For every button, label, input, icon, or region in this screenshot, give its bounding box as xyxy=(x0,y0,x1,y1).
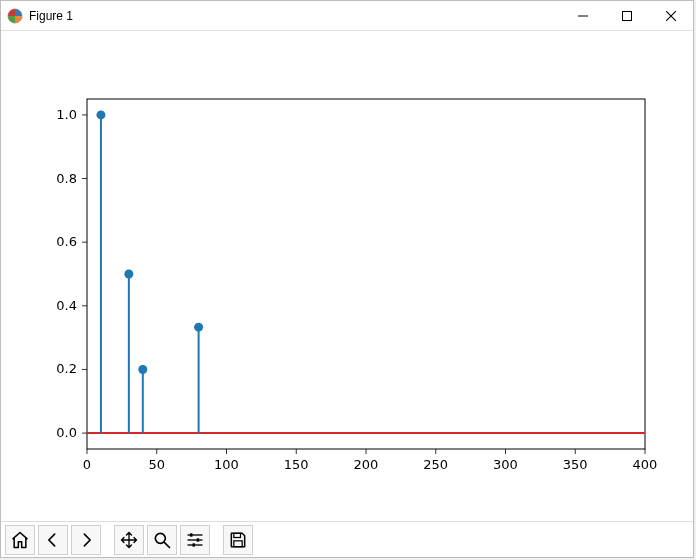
maximize-icon xyxy=(622,11,632,21)
minimize-button[interactable] xyxy=(561,1,605,30)
x-tick-label: 0 xyxy=(83,457,91,472)
x-tick-label: 100 xyxy=(214,457,239,472)
x-tick-label: 400 xyxy=(633,457,658,472)
y-tick-label: 0.8 xyxy=(56,171,77,186)
sliders-icon xyxy=(185,530,205,550)
y-tick-label: 1.0 xyxy=(56,107,77,122)
x-tick-label: 150 xyxy=(284,457,309,472)
pan-icon xyxy=(119,530,139,550)
x-tick-label: 250 xyxy=(423,457,448,472)
axes-frame xyxy=(87,99,645,449)
plot-area: 0501001502002503003504000.00.20.40.60.81… xyxy=(1,31,693,521)
svg-rect-10 xyxy=(190,533,193,536)
svg-rect-11 xyxy=(197,538,200,541)
window-title: Figure 1 xyxy=(29,9,561,23)
zoom-button[interactable] xyxy=(147,525,177,555)
back-button[interactable] xyxy=(38,525,68,555)
minimize-icon xyxy=(578,11,588,21)
svg-line-6 xyxy=(164,542,169,547)
figure-window: Figure 1 0501001502002503003504000.00.2 xyxy=(0,0,694,558)
stem-marker xyxy=(96,110,105,119)
stem-marker xyxy=(138,365,147,374)
x-tick-label: 350 xyxy=(563,457,588,472)
x-tick-label: 200 xyxy=(354,457,379,472)
svg-rect-14 xyxy=(234,540,242,546)
pan-button[interactable] xyxy=(114,525,144,555)
x-tick-label: 50 xyxy=(148,457,165,472)
svg-rect-13 xyxy=(234,533,241,537)
forward-button[interactable] xyxy=(71,525,101,555)
save-button[interactable] xyxy=(223,525,253,555)
navigation-toolbar xyxy=(1,521,693,557)
maximize-button[interactable] xyxy=(605,1,649,30)
title-bar: Figure 1 xyxy=(1,1,693,31)
x-tick-label: 300 xyxy=(493,457,518,472)
y-tick-label: 0.2 xyxy=(56,361,77,376)
home-icon xyxy=(10,530,30,550)
svg-rect-12 xyxy=(193,543,196,546)
forward-arrow-icon xyxy=(76,530,96,550)
y-tick-label: 0.0 xyxy=(56,425,77,440)
close-icon xyxy=(666,11,676,21)
subplots-button[interactable] xyxy=(180,525,210,555)
stem-marker xyxy=(124,270,133,279)
svg-rect-2 xyxy=(623,11,632,20)
zoom-icon xyxy=(152,530,172,550)
window-controls xyxy=(561,1,693,30)
svg-point-5 xyxy=(155,533,165,543)
y-tick-label: 0.4 xyxy=(56,298,77,313)
y-tick-label: 0.6 xyxy=(56,234,77,249)
close-button[interactable] xyxy=(649,1,693,30)
chart: 0501001502002503003504000.00.20.40.60.81… xyxy=(1,31,695,521)
save-icon xyxy=(228,530,248,550)
app-icon xyxy=(7,8,23,24)
home-button[interactable] xyxy=(5,525,35,555)
back-arrow-icon xyxy=(43,530,63,550)
stem-marker xyxy=(194,323,203,332)
